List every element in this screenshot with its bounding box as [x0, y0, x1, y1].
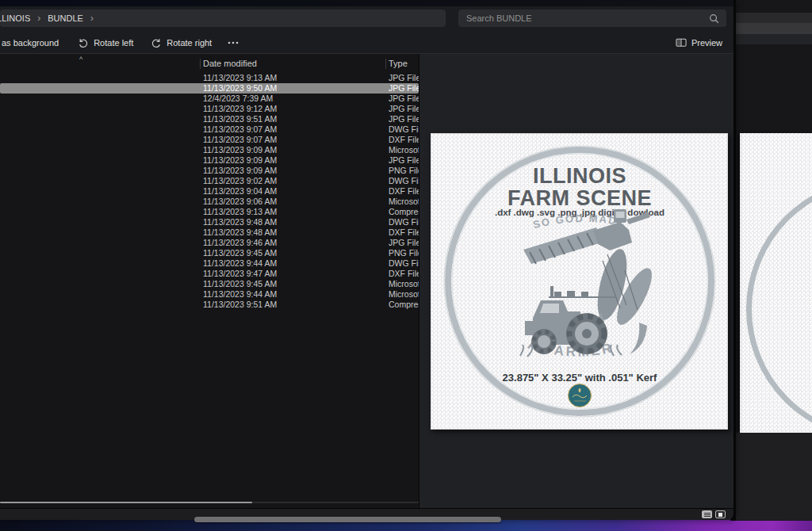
- chevron-right-icon[interactable]: ›: [90, 13, 94, 23]
- table-row[interactable]: 11/13/2023 9:09 AMJPG File: [0, 155, 419, 166]
- taskbar-strip[interactable]: [194, 517, 501, 522]
- type-cell: DXF File: [389, 186, 419, 197]
- table-row[interactable]: 11/13/2023 9:06 AMMicrosoft E: [0, 197, 419, 207]
- date-modified-cell: 11/13/2023 9:48 AM: [203, 217, 389, 227]
- type-cell: DWG File: [389, 124, 419, 135]
- date-modified-cell: 11/13/2023 9:48 AM: [203, 227, 389, 238]
- details-view-icon[interactable]: [702, 510, 712, 518]
- design-title-line1: ILLINOIS: [533, 164, 626, 188]
- address-bar[interactable]: ILLINOIS › BUNDLE ›: [0, 10, 446, 27]
- sort-ascending-icon[interactable]: ^: [79, 55, 82, 63]
- date-modified-cell: 11/13/2023 9:02 AM: [203, 176, 389, 186]
- type-cell: Compresse: [389, 207, 419, 217]
- date-modified-cell: 11/13/2023 9:44 AM: [203, 258, 389, 269]
- date-modified-cell: 11/13/2023 9:51 AM: [203, 114, 389, 124]
- table-row[interactable]: 11/13/2023 9:44 AMMicrosoft E: [0, 289, 419, 300]
- table-row[interactable]: 11/13/2023 9:04 AMDXF File: [0, 186, 419, 197]
- farm-scene-illustration: [520, 209, 658, 357]
- screen: ILLINOIS › BUNDLE › as background: [0, 0, 812, 531]
- table-row[interactable]: 11/13/2023 9:44 AMDWG File: [0, 258, 419, 269]
- date-modified-cell: 11/13/2023 9:07 AM: [203, 124, 389, 135]
- title-bar: ILLINOIS › BUNDLE ›: [0, 0, 733, 32]
- table-row[interactable]: 11/13/2023 9:07 AMDXF File: [0, 135, 419, 145]
- background-preview-image: [740, 133, 812, 433]
- preview-toggle-button[interactable]: Preview: [676, 37, 722, 48]
- type-cell: Microsoft E: [389, 145, 419, 155]
- table-row[interactable]: 11/13/2023 9:50 AMJPG File: [0, 83, 419, 94]
- table-row[interactable]: 11/13/2023 9:02 AMDWG File: [0, 176, 419, 186]
- preview-pane-icon: [676, 37, 687, 48]
- table-row[interactable]: 11/13/2023 9:12 AMJPG File: [0, 104, 419, 114]
- breadcrumb-item-illinois[interactable]: ILLINOIS: [0, 13, 30, 23]
- table-row[interactable]: 11/13/2023 9:48 AMDWG File: [0, 217, 419, 227]
- design-circle-ring: [746, 178, 812, 433]
- date-modified-cell: 11/13/2023 9:50 AM: [203, 83, 389, 94]
- column-header-date-modified[interactable]: Date modified: [203, 59, 257, 68]
- table-row[interactable]: 11/13/2023 9:09 AMMicrosoft E: [0, 145, 419, 155]
- rotate-left-label: Rotate left: [94, 38, 133, 48]
- more-dots-icon: [228, 41, 239, 44]
- date-modified-cell: 11/13/2023 9:09 AM: [203, 166, 389, 176]
- type-cell: JPG File: [389, 73, 419, 83]
- chevron-right-icon: ›: [37, 13, 40, 23]
- rotate-right-button[interactable]: Rotate right: [151, 37, 212, 48]
- command-toolbar: as background Rotate left Rotate right: [0, 32, 733, 54]
- horizontal-scrollbar-track[interactable]: [0, 502, 419, 503]
- date-modified-cell: 11/13/2023 9:12 AM: [203, 104, 389, 114]
- table-row[interactable]: 11/13/2023 9:51 AMJPG File: [0, 114, 419, 124]
- type-cell: JPG File: [389, 238, 419, 248]
- date-modified-cell: 11/13/2023 9:51 AM: [203, 300, 389, 310]
- type-cell: JPG File: [389, 104, 419, 114]
- date-modified-cell: 12/4/2023 7:39 AM: [203, 94, 389, 104]
- background-window[interactable]: [730, 0, 812, 521]
- large-thumbnails-view-icon[interactable]: [715, 510, 726, 518]
- file-explorer-window: ILLINOIS › BUNDLE › as background: [0, 0, 733, 520]
- type-cell: DXF File: [389, 227, 419, 238]
- file-list-rows: 11/13/2023 9:13 AMJPG File11/13/2023 9:5…: [0, 73, 419, 310]
- date-modified-cell: 11/13/2023 9:13 AM: [203, 207, 389, 217]
- date-modified-cell: 11/13/2023 9:06 AM: [203, 197, 389, 207]
- type-cell: JPG File: [389, 114, 419, 124]
- date-modified-cell: 11/13/2023 9:13 AM: [203, 73, 389, 83]
- date-modified-cell: 11/13/2023 9:46 AM: [203, 238, 389, 248]
- type-cell: DWG File: [389, 217, 419, 227]
- date-modified-cell: 11/13/2023 9:44 AM: [203, 289, 389, 300]
- column-header-row: ^ Date modified Type: [0, 55, 419, 71]
- table-row[interactable]: 11/13/2023 9:09 AMPNG File: [0, 166, 419, 176]
- table-row[interactable]: 11/13/2023 9:46 AMJPG File: [0, 238, 419, 248]
- table-row[interactable]: 11/13/2023 9:13 AMJPG File: [0, 73, 419, 83]
- set-as-background-label: as background: [2, 38, 59, 48]
- rotate-right-icon: [151, 37, 162, 48]
- table-row[interactable]: 11/13/2023 9:48 AMDXF File: [0, 227, 419, 238]
- selected-file-preview[interactable]: ILLINOIS FARM SCENE .dxf .dwg .svg .png …: [431, 133, 728, 430]
- table-row[interactable]: 11/13/2023 9:45 AMPNG File: [0, 248, 419, 258]
- type-cell: Compresse: [389, 300, 419, 310]
- search-icon[interactable]: [709, 13, 719, 24]
- background-window-toolbar: [736, 23, 812, 34]
- date-modified-cell: 11/13/2023 9:09 AM: [203, 145, 389, 155]
- background-window-bar: [736, 13, 812, 23]
- column-divider[interactable]: [385, 59, 386, 69]
- type-cell: Microsoft E: [389, 197, 419, 207]
- see-more-button[interactable]: [228, 41, 239, 44]
- type-cell: JPG File: [389, 155, 419, 166]
- column-header-type[interactable]: Type: [389, 59, 408, 68]
- table-row[interactable]: 11/13/2023 9:07 AMDWG File: [0, 124, 419, 135]
- table-row[interactable]: 12/4/2023 7:39 AMJPG File: [0, 94, 419, 104]
- table-row[interactable]: 11/13/2023 9:45 AMMicrosoft E: [0, 279, 419, 289]
- table-row[interactable]: 11/13/2023 9:47 AMDXF File: [0, 269, 419, 279]
- type-cell: DXF File: [389, 269, 419, 279]
- table-row[interactable]: 11/13/2023 9:13 AMCompresse: [0, 207, 419, 217]
- search-input[interactable]: [458, 13, 709, 23]
- date-modified-cell: 11/13/2023 9:09 AM: [203, 155, 389, 166]
- background-window-bar: [736, 34, 812, 44]
- set-as-background-button[interactable]: as background: [2, 38, 59, 48]
- search-box[interactable]: [458, 10, 726, 27]
- horizontal-scrollbar-thumb[interactable]: [0, 502, 252, 503]
- breadcrumb-item-bundle[interactable]: BUNDLE: [48, 13, 83, 23]
- rotate-left-button[interactable]: Rotate left: [78, 37, 133, 48]
- table-row[interactable]: 11/13/2023 9:51 AMCompresse: [0, 300, 419, 310]
- type-cell: JPG File: [389, 83, 419, 94]
- column-divider[interactable]: [200, 59, 201, 69]
- type-cell: DXF File: [389, 135, 419, 145]
